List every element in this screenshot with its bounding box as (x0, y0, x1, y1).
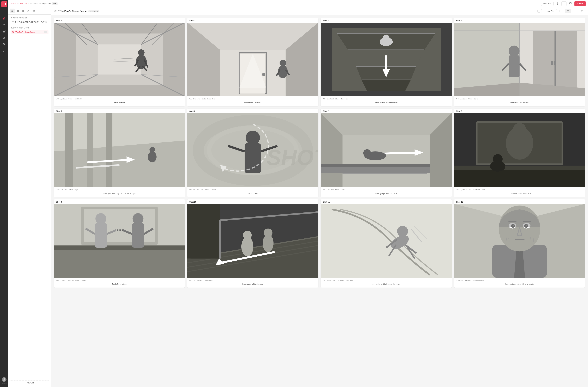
shot-card-12[interactable]: Shot 12 (454, 199, 585, 288)
main-content: "The Pen" - Chase Scene 12 SHOTS + + New… (51, 7, 588, 387)
svg-rect-9 (4, 32, 5, 32)
svg-rect-165 (95, 223, 107, 248)
mobile-view-button[interactable] (21, 9, 25, 13)
sidebar-footer: + New List (8, 379, 51, 387)
sliders-icon[interactable] (1, 41, 7, 47)
shot-description: Intern darts off (56, 101, 183, 105)
scene-item-conference[interactable]: 1 · INT. CONFERENCE ROOM · DAY 0 (11, 20, 48, 24)
grid-view-button[interactable] (15, 9, 20, 13)
shot-label: Shot 11 (321, 199, 452, 204)
header-actions: Print View ··· Share (541, 1, 586, 6)
people-icon[interactable] (1, 22, 7, 28)
boards-icon[interactable] (1, 28, 7, 34)
shot-card-1[interactable]: Shot 1 (54, 18, 185, 106)
more-options-button[interactable]: ··· (562, 1, 567, 6)
projects-link[interactable]: Projects (11, 2, 18, 5)
svg-rect-20 (5, 50, 5, 52)
shot-image: SHOT (187, 113, 318, 187)
scene-header-icon (54, 10, 57, 13)
shots-count-badge: 12 SHOTS (88, 10, 99, 12)
shot-card-10[interactable]: Shot 10 (187, 199, 318, 288)
shot-specs: WS · Eye Level · Static · Hand Held (189, 98, 316, 100)
svg-rect-169 (132, 223, 144, 248)
app-logo[interactable] (1, 1, 7, 7)
shot-card-11[interactable]: Shot 11 WS · Deep Focus / HA · Static · … (321, 199, 452, 288)
shot-image (321, 204, 452, 278)
user-avatar[interactable] (2, 377, 6, 382)
view-toggle-grid[interactable] (572, 9, 578, 13)
print-view-button[interactable]: Print View (541, 2, 553, 6)
new-list-button[interactable]: + New List (10, 381, 49, 385)
shot-description: 360 on Jamie (189, 192, 316, 196)
svg-rect-46 (567, 10, 569, 11)
shot-image (187, 204, 318, 278)
shot-card-2[interactable]: Shot 2 WS · Eye Level · Static · Hand He… (187, 18, 318, 106)
svg-rect-161 (54, 248, 185, 278)
shot-card-6[interactable]: Shot 6 SHOT MS · LA · 360 Spin · Gimbal … (187, 109, 318, 197)
shot-description: Jamie takes the elevator (456, 101, 583, 105)
svg-point-15 (3, 43, 4, 44)
custom-list-name: "The Pen" - Chase Scene (15, 31, 35, 33)
svg-point-36 (28, 11, 29, 11)
shot-card-7[interactable]: Shot 7 WS · Eye Level · Static · Sticks (321, 109, 452, 197)
shot-specs: WS · Eye Level · Static · Sticks (323, 189, 450, 191)
shot-card-9[interactable]: Shot 9 MFS · 2-Shot (54, 199, 185, 288)
select-all-checkbox[interactable] (537, 10, 540, 13)
svg-rect-142 (342, 135, 430, 187)
shot-card-3[interactable]: Shot 3 WS · O (321, 18, 452, 106)
svg-rect-164 (84, 209, 155, 242)
shot-card-5[interactable]: Shot 5 EWS · HA · Pan · Sticks / Right I… (54, 109, 185, 197)
back-nav-icon[interactable]: ← (1, 9, 7, 15)
version-text: v2 (53, 3, 55, 4)
shot-card-4[interactable]: Shot 4 MS · E (454, 18, 585, 106)
svg-point-67 (138, 49, 145, 56)
svg-rect-6 (3, 30, 4, 31)
shots-grid: Shot 1 (51, 15, 588, 291)
new-shot-button[interactable]: + + New Shot (541, 9, 557, 13)
shot-card-8[interactable]: Shot 8 WS · Eye Level · Tilt · Hand Held… (454, 109, 585, 197)
view-toggle-link[interactable] (579, 9, 585, 13)
document-icon-button[interactable] (555, 1, 560, 6)
shot-details: WS · Eye Level · Static · Sticks Intern … (321, 187, 452, 197)
svg-point-43 (54, 10, 56, 12)
share-button[interactable]: Share (574, 1, 586, 6)
version-badge[interactable]: v2 ▾ (52, 2, 58, 5)
shot-image (321, 23, 452, 96)
shot-specs: WS · Eye Level · Static · Hand Held (56, 98, 183, 100)
projects-icon[interactable] (1, 15, 7, 21)
shot-details: MS · Eye Level · Static · Sticks Jamie t… (454, 96, 585, 106)
custom-list-item-chase[interactable]: "The Pen" - Chase Scene 12 (11, 30, 48, 34)
shot-specs: MS · LA · 360 Spin · Gimbal / Circular (189, 189, 316, 191)
custom-shot-lists-title: CUSTOM SHOT LISTS (11, 27, 48, 29)
data-icon[interactable] (1, 48, 7, 54)
svg-marker-44 (55, 10, 56, 12)
svg-rect-144 (321, 164, 430, 167)
svg-rect-110 (551, 61, 553, 65)
view-toggle-list[interactable] (565, 9, 571, 13)
settings-tool-button[interactable] (26, 9, 31, 13)
worlds-icon[interactable] (1, 35, 7, 41)
svg-rect-133 (245, 143, 261, 173)
svg-point-127 (148, 152, 156, 162)
shot-details: WS · Deep Focus / HA · Static · Jib / Do… (321, 278, 452, 288)
comment-button[interactable] (568, 1, 573, 6)
svg-rect-18 (3, 51, 3, 52)
svg-rect-50 (574, 11, 575, 12)
shot-specs: EWS · HA · Pan · Sticks / Right (56, 189, 183, 191)
project-link[interactable]: The Pen (20, 2, 27, 5)
svg-point-17 (3, 45, 4, 45)
svg-rect-33 (18, 11, 19, 12)
shot-image (454, 204, 585, 278)
view-toggle-16-9[interactable] (558, 9, 564, 13)
custom-list-count: 12 (44, 31, 47, 33)
shot-details: MCU · LA · Tracking · Gimbal / Forward J… (454, 278, 585, 288)
svg-rect-30 (17, 10, 18, 11)
shot-details: MFS · 2-Shot / Eye Level · Static · Gimb… (54, 278, 185, 288)
svg-rect-191 (321, 204, 452, 278)
shot-description: Intern finds a stairwell (189, 101, 316, 105)
list-view-button[interactable] (10, 9, 15, 13)
svg-rect-7 (4, 30, 5, 31)
help-button[interactable] (31, 9, 36, 13)
svg-point-155 (513, 123, 526, 136)
app-rail: ← Made ByLeanometry (0, 0, 8, 387)
